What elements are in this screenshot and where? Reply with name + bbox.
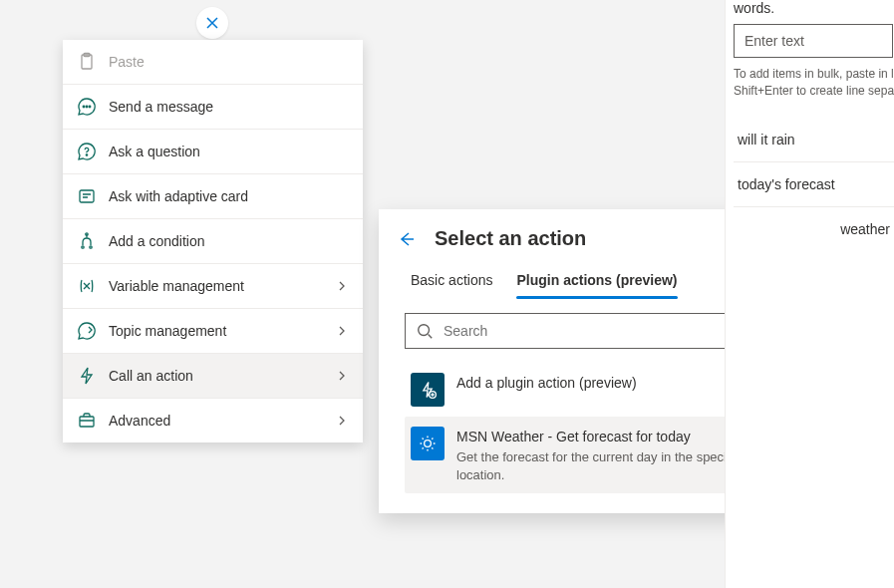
briefcase-icon — [77, 411, 97, 431]
phrase-input[interactable]: Enter text — [734, 24, 893, 58]
menu-item-label: Send a message — [109, 99, 349, 115]
search-icon — [416, 322, 434, 340]
topic-icon — [77, 321, 97, 341]
phrase-item[interactable]: today's forecast — [734, 162, 894, 207]
svg-rect-6 — [80, 190, 94, 202]
plugin-add-icon — [411, 373, 445, 407]
trigger-phrases-panel: words. Enter text To add items in bulk, … — [725, 0, 894, 588]
svg-point-8 — [82, 246, 84, 248]
weather-icon — [411, 427, 445, 460]
menu-item-ask-question[interactable]: Ask a question — [63, 130, 363, 174]
phrase-input-placeholder: Enter text — [745, 33, 804, 49]
menu-item-label: Paste — [109, 54, 349, 70]
svg-point-5 — [86, 154, 87, 155]
add-node-menu: Paste Send a message Ask a question Ask … — [63, 40, 363, 442]
phrase-item[interactable]: will it rain — [734, 118, 894, 162]
menu-item-topic-management[interactable]: Topic management — [63, 309, 363, 354]
svg-point-2 — [83, 106, 85, 108]
back-button[interactable] — [397, 229, 417, 249]
menu-item-adaptive-card[interactable]: Ask with adaptive card — [63, 174, 363, 219]
words-label: words. — [734, 0, 894, 16]
node-close-button[interactable] — [196, 7, 228, 39]
svg-point-4 — [89, 106, 91, 108]
phrase-list: will it rain today's forecast weather — [734, 118, 894, 251]
menu-item-condition[interactable]: Add a condition — [63, 219, 363, 264]
menu-item-label: Variable management — [109, 278, 335, 294]
svg-point-13 — [425, 441, 432, 447]
phrase-input-help: To add items in bulk, paste in li Shift+… — [734, 66, 894, 100]
variable-icon — [77, 276, 97, 296]
tab-plugin-actions[interactable]: Plugin actions (preview) — [516, 272, 677, 298]
svg-point-9 — [90, 246, 92, 248]
chat-icon — [77, 97, 97, 117]
card-icon — [77, 186, 97, 206]
svg-point-3 — [86, 106, 88, 108]
svg-point-11 — [419, 325, 430, 336]
chevron-right-icon — [335, 324, 349, 338]
menu-item-label: Topic management — [109, 323, 335, 339]
svg-rect-10 — [80, 417, 94, 427]
menu-item-send-message[interactable]: Send a message — [63, 85, 363, 130]
chevron-right-icon — [335, 369, 349, 383]
paste-icon — [77, 52, 97, 72]
menu-item-advanced[interactable]: Advanced — [63, 399, 363, 442]
menu-item-label: Ask a question — [109, 144, 349, 159]
menu-item-label: Ask with adaptive card — [109, 188, 349, 204]
tab-basic-actions[interactable]: Basic actions — [411, 272, 492, 298]
menu-item-call-action[interactable]: Call an action — [63, 354, 363, 399]
menu-item-label: Call an action — [109, 368, 335, 384]
phrase-item[interactable]: weather — [734, 207, 894, 251]
menu-item-label: Advanced — [109, 413, 335, 429]
chevron-right-icon — [335, 279, 349, 293]
lightning-icon — [77, 366, 97, 386]
branch-icon — [77, 231, 97, 251]
menu-item-label: Add a condition — [109, 233, 349, 249]
menu-item-variable-management[interactable]: Variable management — [63, 264, 363, 309]
question-icon — [77, 142, 97, 161]
chevron-right-icon — [335, 414, 349, 428]
close-icon — [204, 15, 220, 31]
menu-item-paste: Paste — [63, 40, 363, 85]
